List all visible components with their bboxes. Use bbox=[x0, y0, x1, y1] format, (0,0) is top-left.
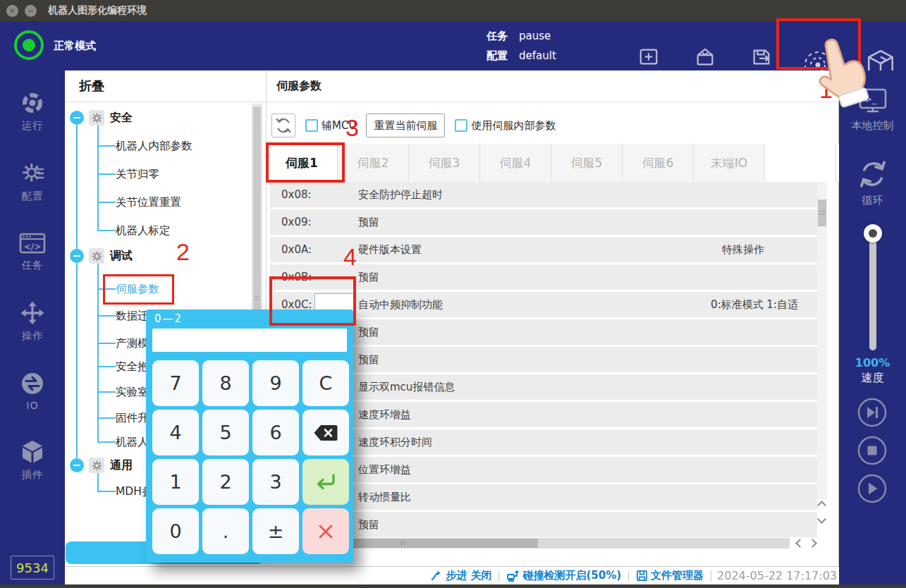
scroll-up-button[interactable] bbox=[819, 502, 825, 508]
new-file-icon bbox=[638, 47, 659, 68]
tab-servo-5[interactable]: 伺服5 bbox=[551, 144, 623, 182]
tree-item-data-migration[interactable]: 数据迁 bbox=[116, 307, 149, 324]
key-6[interactable]: 6 bbox=[252, 410, 299, 455]
plugin-cube-icon bbox=[20, 439, 45, 465]
scroll-right-button[interactable] bbox=[809, 540, 816, 546]
row-addr: 0x09: bbox=[270, 216, 346, 228]
row-name: 预留 bbox=[346, 271, 689, 284]
collision-icon bbox=[506, 570, 520, 582]
row-addr: 0x0A: bbox=[270, 243, 346, 256]
sidebar-item-plugin[interactable]: 插件 bbox=[20, 439, 45, 482]
key-9[interactable]: 9 bbox=[252, 360, 299, 406]
aux-mcu-label: 辅MCU bbox=[322, 119, 356, 133]
gear-icon bbox=[89, 458, 104, 473]
tab-servo-1[interactable]: 伺服1 bbox=[267, 144, 338, 182]
key-clear[interactable]: C bbox=[302, 360, 349, 406]
tree-item-safety-brake[interactable]: 安全抱 bbox=[116, 358, 149, 375]
mode-label: 正常模式 bbox=[54, 21, 96, 71]
sidebar-item-task[interactable]: </> 任务 bbox=[19, 231, 46, 272]
key-3[interactable]: 3 bbox=[252, 459, 299, 505]
enter-icon bbox=[315, 473, 336, 491]
row-name: 安全防护停止超时 bbox=[346, 188, 689, 202]
window-minimize-button[interactable]: − bbox=[25, 5, 37, 17]
collapse-header[interactable]: 折叠 bbox=[65, 71, 266, 102]
tree-item-joint-position-reset[interactable]: 关节位置重置 bbox=[116, 194, 181, 211]
sidebar-item-operate[interactable]: 操作 bbox=[20, 300, 45, 343]
status-datetime: 2024-05-22 17:17:03 bbox=[717, 569, 837, 582]
table-vertical-scrollbar[interactable] bbox=[817, 182, 827, 499]
key-close[interactable] bbox=[302, 508, 349, 554]
speed-slider-knob[interactable] bbox=[864, 224, 882, 243]
tree-item-joint-zeroing[interactable]: 关节归零 bbox=[116, 166, 159, 183]
reset-current-servo-button[interactable]: 重置当前伺服 bbox=[366, 114, 445, 137]
row-name: 预留 bbox=[346, 518, 689, 532]
table-row[interactable]: 0x08: 安全防护停止超时 bbox=[270, 182, 817, 207]
key-2[interactable]: 2 bbox=[202, 459, 249, 505]
tab-servo-3[interactable]: 伺服3 bbox=[409, 144, 480, 182]
keypad-input[interactable] bbox=[152, 329, 347, 352]
tree-item-firmware-upgrade[interactable]: 固件升 bbox=[116, 410, 149, 427]
table-vscroll-thumb[interactable] bbox=[818, 200, 826, 226]
file-manager-button[interactable]: 文件管理器 bbox=[636, 569, 704, 582]
refresh-button[interactable] bbox=[271, 114, 295, 137]
tab-servo-4[interactable]: 伺服4 bbox=[480, 144, 551, 182]
collision-detect-toggle[interactable]: 碰撞检测开启(50%) bbox=[506, 569, 621, 582]
tree-item-servo-params[interactable]: 伺服参数 bbox=[116, 281, 159, 298]
collapse-minus-icon[interactable] bbox=[70, 111, 84, 125]
table-row[interactable]: 0x09: 预留 bbox=[270, 209, 817, 235]
tree-item-robot-internal-params[interactable]: 机器人内部参数 bbox=[116, 137, 192, 154]
scroll-down-button[interactable] bbox=[819, 516, 825, 522]
scroll-left-button[interactable] bbox=[797, 540, 803, 546]
tree-group-safety[interactable]: 安全 bbox=[70, 108, 133, 128]
task-label: 任务 bbox=[486, 30, 508, 43]
key-backspace[interactable] bbox=[302, 410, 349, 455]
local-control-button[interactable]: >_ 本地控制 bbox=[839, 88, 906, 133]
step-mode-toggle[interactable]: 步进 关闭 bbox=[430, 569, 491, 582]
table-row[interactable]: 0x0A: 硬件版本设置 特殊操作 bbox=[270, 237, 817, 262]
tree-item-robot-calibration[interactable]: 机器人标定 bbox=[116, 222, 171, 239]
tree-group-debug[interactable]: 调试 bbox=[70, 246, 133, 266]
tab-empty bbox=[765, 144, 836, 182]
play-button[interactable] bbox=[857, 474, 887, 503]
row-name: 硬件版本设置 bbox=[346, 243, 689, 257]
collapse-minus-icon[interactable] bbox=[70, 458, 84, 472]
backspace-icon bbox=[313, 424, 338, 442]
key-5[interactable]: 5 bbox=[202, 410, 249, 455]
tree-item-production-test[interactable]: 产测模 bbox=[116, 335, 149, 352]
key-4[interactable]: 4 bbox=[152, 410, 199, 455]
numeric-keypad: 0—2 7 8 9 C 4 5 6 1 2 3 bbox=[146, 310, 353, 563]
key-plusminus[interactable]: ± bbox=[252, 508, 299, 554]
table-row[interactable]: 0x0B: 预留 bbox=[270, 264, 817, 290]
window-close-button[interactable]: ✕ bbox=[6, 5, 18, 17]
step-next-button[interactable] bbox=[857, 398, 887, 427]
aux-mcu-checkbox[interactable] bbox=[305, 119, 318, 132]
row-name: 转动惯量比 bbox=[346, 491, 689, 504]
refresh-icon bbox=[276, 118, 291, 133]
tab-servo-2[interactable]: 伺服2 bbox=[338, 144, 409, 182]
speed-slider-track[interactable] bbox=[869, 234, 876, 350]
use-internal-params-checkbox[interactable] bbox=[455, 119, 467, 132]
svg-text:>_: >_ bbox=[864, 94, 877, 105]
tab-servo-6[interactable]: 伺服6 bbox=[623, 144, 694, 182]
loop-button[interactable]: 循环 bbox=[839, 159, 906, 207]
terminal-icon: >_ bbox=[858, 88, 888, 115]
loop-icon bbox=[857, 159, 888, 190]
row-addr: 0x08: bbox=[270, 188, 346, 201]
sidebar-item-io[interactable]: IO bbox=[20, 371, 45, 411]
key-8[interactable]: 8 bbox=[202, 360, 249, 406]
sidebar-item-run[interactable]: 运行 bbox=[20, 90, 45, 133]
key-1[interactable]: 1 bbox=[152, 459, 199, 505]
tree-item-robot[interactable]: 机器人 bbox=[116, 434, 149, 451]
tree-item-laboratory[interactable]: 实验室 bbox=[116, 384, 149, 400]
stop-button[interactable] bbox=[857, 436, 887, 465]
sidebar-item-config[interactable]: 配置 bbox=[20, 161, 45, 203]
collapse-minus-icon[interactable] bbox=[70, 249, 84, 263]
key-0[interactable]: 0 bbox=[152, 508, 199, 554]
tab-end-io[interactable]: 末端IO bbox=[694, 144, 765, 182]
tree-group-general[interactable]: 通用 bbox=[70, 455, 133, 475]
key-7[interactable]: 7 bbox=[152, 360, 199, 406]
key-dot[interactable]: . bbox=[202, 508, 249, 554]
tree-connector-line bbox=[97, 263, 99, 442]
gear-icon bbox=[89, 248, 104, 264]
key-enter[interactable] bbox=[302, 459, 349, 505]
